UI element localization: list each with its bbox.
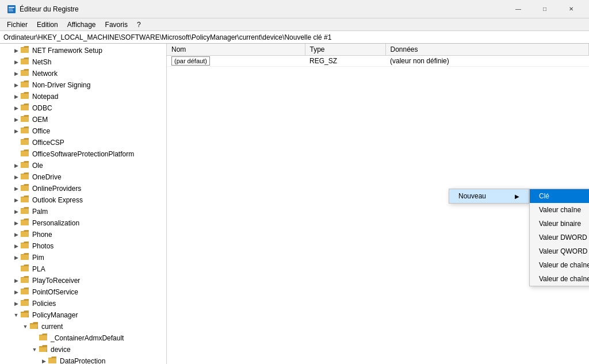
folder-icon (21, 46, 30, 55)
expand-btn[interactable]: ▼ (30, 345, 39, 354)
expand-btn[interactable]: ▶ (12, 276, 21, 285)
tree-item-onlineproviders[interactable]: ▶ OnlineProviders (0, 183, 166, 194)
tree-item-outlookexpress[interactable]: ▶ Outlook Express (0, 194, 166, 206)
folder-icon (21, 196, 30, 205)
menu-fichier[interactable]: Fichier (2, 20, 32, 30)
tree-item-policymanager[interactable]: ▼ PolicyManager (0, 309, 166, 321)
submenu-item-label: Valeur DWORD 32 bits (539, 233, 589, 242)
folder-open-icon (39, 345, 48, 354)
expand-btn[interactable]: ▼ (21, 322, 30, 331)
tree-item-netframeworksetup[interactable]: ▶ NET Framework Setup (0, 45, 166, 56)
submenu-item-multichaine[interactable]: Valeur de chaînes multiples (530, 258, 589, 272)
tree-item-pim[interactable]: ▶ Pim (0, 252, 166, 263)
tree-label: OEM (32, 116, 48, 124)
expand-btn[interactable]: ▶ (12, 184, 21, 193)
submenu-item-cle[interactable]: Clé (530, 189, 589, 203)
tree-label: Policies (32, 300, 56, 308)
tree-item-notepad[interactable]: ▶ Notepad (0, 91, 166, 102)
tree-label: Ole (32, 162, 43, 170)
expand-btn[interactable]: ▶ (12, 58, 21, 67)
folder-open-icon (21, 311, 30, 320)
tree-label: Photos (32, 242, 53, 250)
expand-btn[interactable]: ▶ (12, 299, 21, 308)
tree-item-pla[interactable]: PLA (0, 263, 166, 275)
tree-label: Pim (32, 254, 44, 262)
tree-item-onedrive[interactable]: ▶ OneDrive (0, 171, 166, 183)
tree-item-officesoftware[interactable]: OfficeSoftwareProtectionPlatform (0, 148, 166, 160)
expand-btn[interactable]: ▶ (12, 46, 21, 55)
tree-item-personalization[interactable]: ▶ Personalization (0, 217, 166, 229)
folder-icon (21, 104, 30, 113)
submenu-item-valchaine[interactable]: Valeur chaîne (530, 203, 589, 217)
expand-btn[interactable]: ▶ (12, 288, 21, 297)
tree-label: Phone (32, 231, 52, 239)
expand-btn[interactable]: ▶ (12, 242, 21, 251)
tree-label: DataProtection (60, 357, 105, 364)
cell-data: (valeur non définie) (385, 56, 589, 67)
tree-item-ole[interactable]: ▶ Ole (0, 160, 166, 171)
folder-icon (21, 253, 30, 262)
menu-help[interactable]: ? (132, 20, 146, 30)
expand-btn[interactable]: ▶ (12, 219, 21, 228)
column-donnees[interactable]: Données (385, 44, 589, 56)
expand-btn[interactable]: ▶ (12, 173, 21, 182)
tree-label: Office (32, 127, 50, 135)
tree-label: OfficeSoftwareProtectionPlatform (32, 150, 134, 158)
tree-label: Outlook Express (32, 196, 83, 204)
expand-btn[interactable]: ▶ (39, 357, 48, 364)
address-path: Ordinateur\HKEY_LOCAL_MACHINE\SOFTWARE\M… (3, 33, 331, 41)
expand-btn[interactable]: ▶ (12, 253, 21, 262)
tree-item-phone[interactable]: ▶ Phone (0, 229, 166, 240)
expand-btn[interactable]: ▶ (12, 92, 21, 101)
expand-btn[interactable]: ▶ (12, 127, 21, 136)
context-menu-nouveau-label: Nouveau (458, 192, 486, 200)
tree-item-containeradmx[interactable]: _ContainerAdmxDefault (0, 332, 166, 344)
expand-btn[interactable]: ▶ (12, 161, 21, 170)
tree-item-current[interactable]: ▼ current (0, 321, 166, 332)
svg-rect-2 (9, 9, 13, 10)
expand-btn[interactable]: ▶ (12, 196, 21, 205)
submenu-item-chaineext[interactable]: Valeur de chaîne extensible (530, 272, 589, 286)
tree-item-photos[interactable]: ▶ Photos (0, 240, 166, 252)
expand-btn[interactable]: ▶ (12, 230, 21, 239)
menu-favoris[interactable]: Favoris (101, 20, 132, 30)
submenu-item-qword[interactable]: Valeur QWORD (64 bits) (530, 244, 589, 258)
tree-item-device[interactable]: ▼ device (0, 344, 166, 355)
tree-item-officecsp[interactable]: OfficeCSP (0, 137, 166, 148)
default-badge: (par défaut) (171, 56, 210, 66)
submenu-item-valbinaire[interactable]: Valeur binaire (530, 217, 589, 231)
table-row[interactable]: (par défaut) REG_SZ (valeur non définie) (167, 56, 589, 67)
expand-btn[interactable]: ▶ (12, 69, 21, 78)
tree-item-dataprotection[interactable]: ▶ DataProtection (0, 355, 166, 364)
tree-item-policies[interactable]: ▶ Policies (0, 298, 166, 309)
expand-btn[interactable]: ▶ (12, 115, 21, 124)
submenu-item-dword[interactable]: Valeur DWORD 32 bits (530, 231, 589, 244)
expand-btn[interactable]: ▶ (12, 104, 21, 113)
tree-item-oem[interactable]: ▶ OEM (0, 114, 166, 125)
context-menu-nouveau[interactable]: Nouveau ▶ (449, 189, 529, 203)
expand-btn[interactable]: ▶ (12, 81, 21, 90)
column-nom[interactable]: Nom (167, 44, 305, 56)
close-button[interactable]: ✕ (558, 0, 584, 18)
tree-item-network[interactable]: ▶ Network (0, 68, 166, 79)
tree-label: PolicyManager (32, 311, 78, 319)
tree-item-nondrivers[interactable]: ▶ Non-Driver Signing (0, 79, 166, 91)
tree-item-palm[interactable]: ▶ Palm (0, 206, 166, 217)
tree-panel[interactable]: ▶ NET Framework Setup ▶ NetSh ▶ Network … (0, 44, 167, 364)
maximize-button[interactable]: □ (531, 0, 558, 18)
submenu-item-label: Valeur de chaîne extensible (539, 275, 589, 283)
tree-item-playtoreceiver[interactable]: ▶ PlayToReceiver (0, 275, 166, 286)
column-type[interactable]: Type (305, 44, 385, 56)
menu-affichage[interactable]: Affichage (63, 20, 101, 30)
folder-icon (21, 92, 30, 101)
tree-item-pointofservice[interactable]: ▶ PointOfService (0, 286, 166, 298)
tree-item-odbc[interactable]: ▶ ODBC (0, 102, 166, 114)
expand-btn[interactable]: ▼ (12, 311, 21, 320)
folder-icon (21, 161, 30, 170)
tree-item-office[interactable]: ▶ Office (0, 125, 166, 137)
minimize-button[interactable]: — (505, 0, 531, 18)
menu-edition[interactable]: Edition (32, 20, 63, 30)
expand-btn[interactable]: ▶ (12, 207, 21, 216)
folder-icon (21, 58, 30, 67)
tree-item-netsh[interactable]: ▶ NetSh (0, 56, 166, 68)
